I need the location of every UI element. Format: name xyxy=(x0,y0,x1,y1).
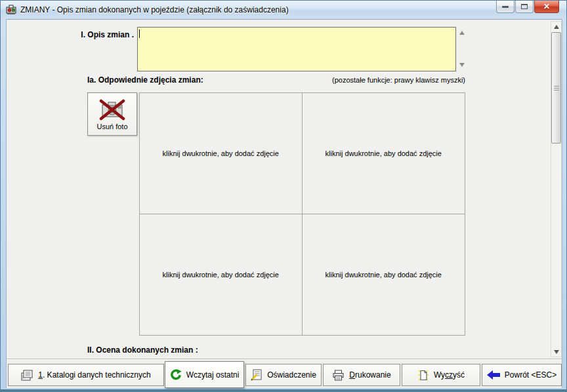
photo-cell-1[interactable]: kliknij dwukrotnie, aby dodać zdjęcie xyxy=(140,93,303,214)
main-scrollbar[interactable] xyxy=(551,21,562,357)
catalogs-label: 1. Katalogi danych technicznych xyxy=(38,370,150,380)
context-menu-hint: (pozostałe funkcje: prawy klawisz myszki… xyxy=(269,76,465,84)
print-button[interactable]: Drukowanie xyxy=(323,364,400,386)
memo-scroll-down-icon[interactable] xyxy=(459,63,465,67)
window: ZMIANY - Opis zmian dokonanych w pojeźdz… xyxy=(0,0,567,392)
toolbar: 1. Katalogi danych technicznych Wczytaj … xyxy=(7,359,562,388)
titlebar: ZMIANY - Opis zmian dokonanych w pojeźdz… xyxy=(1,1,566,19)
maximize-icon xyxy=(521,4,528,9)
clear-page-icon xyxy=(417,369,429,382)
minimize-button[interactable] xyxy=(496,1,514,13)
photo-cell-hint: kliknij dwukrotnie, aby dodać zdjęcie xyxy=(163,271,279,279)
load-last-button[interactable]: Wczytaj ostatni xyxy=(165,361,244,388)
description-textarea[interactable] xyxy=(137,27,456,71)
delete-photo-label: Usuń foto xyxy=(96,123,127,130)
clear-label: Wyczyść xyxy=(434,370,465,380)
photo-cell-hint: kliknij dwukrotnie, aby dodać zdjęcie xyxy=(326,149,442,157)
photo-cell-hint: kliknij dwukrotnie, aby dodać zdjęcie xyxy=(163,149,279,157)
close-icon: ✕ xyxy=(543,3,550,10)
photo-cell-2[interactable]: kliknij dwukrotnie, aby dodać zdjęcie xyxy=(303,93,465,214)
photo-cell-4[interactable]: kliknij dwukrotnie, aby dodać zdjęcie xyxy=(303,214,465,336)
photo-cell-hint: kliknij dwukrotnie, aby dodać zdjęcie xyxy=(326,271,442,279)
catalogs-button[interactable]: 1. Katalogi danych technicznych xyxy=(8,364,164,386)
print-label: Drukowanie xyxy=(349,370,390,380)
maximize-button[interactable] xyxy=(515,1,534,13)
client-area: I. Opis zmian . Ia. Odpowiednie zdjęcia … xyxy=(6,19,562,387)
printer-icon xyxy=(332,370,345,381)
memo-scroll-up-icon[interactable] xyxy=(459,31,465,35)
minimize-icon xyxy=(502,6,509,8)
back-label: Powrót <ESC> xyxy=(505,370,556,380)
window-title: ZMIANY - Opis zmian dokonanych w pojeźdz… xyxy=(20,5,289,14)
text-caret xyxy=(139,29,140,38)
photo-cell-3[interactable]: kliknij dwukrotnie, aby dodać zdjęcie xyxy=(140,214,303,336)
close-button[interactable]: ✕ xyxy=(534,1,559,13)
load-last-label: Wczytaj ostatni xyxy=(186,370,240,380)
opis-zmian-label: I. Opis zmian . xyxy=(7,30,134,39)
back-arrow-icon xyxy=(487,370,500,380)
back-button[interactable]: Powrót <ESC> xyxy=(482,364,562,386)
delete-photo-button[interactable]: Usuń foto xyxy=(87,92,137,136)
statement-icon xyxy=(251,369,262,381)
catalog-icon xyxy=(21,370,33,381)
clear-button[interactable]: Wyczyść xyxy=(402,364,480,386)
scroll-up-button[interactable] xyxy=(551,22,561,31)
window-controls: ✕ xyxy=(495,1,559,13)
scroll-up-icon xyxy=(554,25,559,29)
section-2-label: II. Ocena dokonanych zmian : xyxy=(87,345,198,355)
scroll-down-icon xyxy=(554,350,559,354)
statement-button[interactable]: Oświadczenie xyxy=(245,364,322,386)
scroll-grip-icon xyxy=(554,86,559,90)
camera-crossed-icon xyxy=(98,98,126,121)
photo-grid: kliknij dwukrotnie, aby dodać zdjęcie kl… xyxy=(139,92,465,336)
statement-label: Oświadczenie xyxy=(267,370,316,380)
section-1a-label: Ia. Odpowiednie zdjęcia zmian: xyxy=(87,75,203,85)
app-icon xyxy=(6,5,16,15)
window-bottom-edge xyxy=(1,389,566,391)
refresh-icon xyxy=(170,369,182,381)
scroll-down-button[interactable] xyxy=(551,347,561,357)
scroll-thumb[interactable] xyxy=(551,32,561,144)
